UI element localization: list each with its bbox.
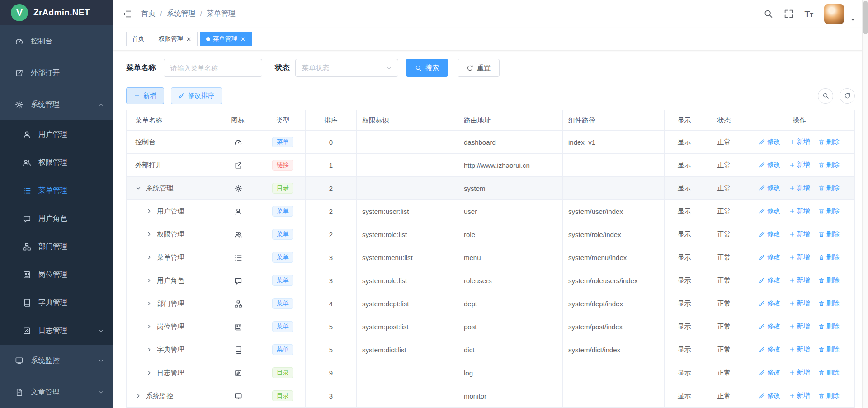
tab-home[interactable]: 首页 [126, 32, 150, 46]
edit-button[interactable]: 修改 [759, 322, 780, 331]
table-row[interactable]: 外部打开 链接 1 http://www.izhaorui.cn 显示 正常 修… [127, 154, 855, 177]
user-avatar[interactable] [824, 4, 844, 24]
search-button[interactable]: 搜索 [406, 59, 448, 77]
menu-name-input[interactable] [164, 59, 262, 77]
font-size-icon[interactable]: TT [804, 9, 813, 19]
collapse-row-icon[interactable] [135, 185, 144, 191]
table-row[interactable]: 控制台 菜单 0 dashboard index_v1 显示 正常 修改 新增 [127, 131, 855, 154]
sidebar-item-post[interactable]: 岗位管理 [0, 261, 113, 289]
add-button[interactable]: 新增 [789, 391, 810, 400]
app-logo[interactable]: V ZrAdmin.NET [0, 0, 113, 25]
edit-button[interactable]: 修改 [759, 253, 780, 261]
breadcrumb-item-system[interactable]: 系统管理 [166, 9, 195, 19]
table-row[interactable]: 权限管理 菜单 2 system:role:list role system/r… [127, 223, 855, 246]
add-button[interactable]: 新增 [789, 207, 810, 215]
breadcrumb-item-home[interactable]: 首页 [141, 9, 156, 19]
search-icon[interactable] [764, 9, 773, 19]
delete-button[interactable]: 删除 [818, 368, 840, 377]
delete-button[interactable]: 删除 [818, 138, 840, 146]
add-button[interactable]: 新增 [789, 253, 810, 261]
status-select[interactable]: 菜单状态 [295, 59, 398, 77]
visible-value: 显示 [665, 338, 704, 361]
sidebar-item-user[interactable]: 用户管理 [0, 120, 113, 148]
expand-row-icon[interactable] [135, 393, 144, 399]
sidebar-item-monitor[interactable]: 系统监控 [0, 345, 113, 376]
refresh-table-button[interactable] [840, 88, 855, 104]
edit-button[interactable]: 修改 [759, 391, 780, 400]
edit-button[interactable]: 修改 [759, 230, 780, 238]
expand-row-icon[interactable] [146, 323, 155, 330]
edit-button[interactable]: 修改 [759, 184, 780, 192]
type-tag: 目录 [272, 390, 293, 402]
fullscreen-icon[interactable] [784, 9, 793, 19]
add-button[interactable]: 新增 [789, 276, 810, 285]
edit-button[interactable]: 修改 [759, 161, 780, 169]
expand-row-icon[interactable] [146, 231, 155, 237]
expand-row-icon[interactable] [146, 346, 155, 353]
expand-row-icon[interactable] [146, 277, 155, 284]
delete-button[interactable]: 删除 [818, 276, 840, 285]
sidebar-item-dashboard[interactable]: 控制台 [0, 25, 113, 57]
table-row[interactable]: 菜单管理 菜单 3 system:menu:list menu system/m… [127, 246, 855, 269]
delete-button[interactable]: 删除 [818, 207, 840, 215]
table-row[interactable]: 用户角色 菜单 3 system:role:list roleusers sys… [127, 269, 855, 292]
expand-row-icon[interactable] [146, 370, 155, 376]
expand-row-icon[interactable] [146, 300, 155, 307]
sidebar-item-external[interactable]: 外部打开 [0, 57, 113, 89]
delete-button[interactable]: 删除 [818, 253, 840, 261]
table-row[interactable]: 字典管理 菜单 5 system:dict:list dict system/d… [127, 338, 855, 361]
add-button[interactable]: 新增 [789, 230, 810, 238]
add-button[interactable]: 新增 [789, 138, 810, 146]
table-row[interactable]: 系统管理 目录 2 system 显示 正常 修改 [127, 177, 855, 200]
delete-button[interactable]: 删除 [818, 230, 840, 238]
delete-button[interactable]: 删除 [818, 299, 840, 308]
delete-button[interactable]: 删除 [818, 345, 840, 354]
add-button[interactable]: 新增 [789, 322, 810, 331]
caret-down-icon[interactable] [849, 16, 856, 23]
table-row[interactable]: 用户管理 菜单 2 system:user:list user system/u… [127, 200, 855, 223]
sidebar-item-role[interactable]: 权限管理 [0, 148, 113, 176]
sidebar-item-dict[interactable]: 字典管理 [0, 289, 113, 317]
expand-row-icon[interactable] [146, 254, 155, 261]
sort-value: 4 [306, 292, 357, 315]
sidebar-fold-icon[interactable] [122, 9, 132, 19]
sidebar-item-article[interactable]: 文章管理 [0, 376, 113, 408]
show-search-toggle-button[interactable] [818, 88, 833, 104]
sidebar-item-log[interactable]: 日志管理 [0, 317, 113, 345]
tab-role[interactable]: 权限管理 [153, 32, 198, 46]
table-row[interactable]: 系统监控 目录 3 monitor 显示 正常 修改 [127, 384, 855, 408]
delete-button[interactable]: 删除 [818, 391, 840, 400]
sidebar-item-dept[interactable]: 部门管理 [0, 232, 113, 261]
delete-button[interactable]: 删除 [818, 322, 840, 331]
edit-button[interactable]: 修改 [759, 299, 780, 308]
perm-value [357, 384, 458, 408]
table-row[interactable]: 部门管理 菜单 4 system:dept:list dept system/d… [127, 292, 855, 315]
edit-button[interactable]: 修改 [759, 207, 780, 215]
sidebar-item-system[interactable]: 系统管理 [0, 89, 113, 120]
add-button[interactable]: 新增 [789, 161, 810, 169]
expand-row-icon[interactable] [146, 208, 155, 214]
edit-sort-button[interactable]: 修改排序 [171, 87, 222, 104]
edit-button[interactable]: 修改 [759, 276, 780, 285]
sidebar-item-menu[interactable]: 菜单管理 [0, 176, 113, 204]
add-button[interactable]: 新增 [789, 345, 810, 354]
edit-button[interactable]: 修改 [759, 345, 780, 354]
edit-button[interactable]: 修改 [759, 138, 780, 146]
table-row[interactable]: 日志管理 目录 9 log 显示 正常 修改 [127, 361, 855, 384]
close-icon[interactable] [186, 36, 192, 42]
add-button[interactable]: 新增 [789, 299, 810, 308]
edit-icon [179, 93, 185, 99]
delete-button[interactable]: 删除 [818, 161, 840, 169]
scrollbar-thumb[interactable] [863, 1, 868, 34]
table-row[interactable]: 岗位管理 菜单 5 system:post:list post system/p… [127, 315, 855, 338]
add-button[interactable]: 新增 [789, 368, 810, 377]
tab-menu[interactable]: 菜单管理 [200, 32, 252, 46]
edit-button[interactable]: 修改 [759, 368, 780, 377]
add-menu-button[interactable]: 新增 [126, 87, 164, 104]
add-button[interactable]: 新增 [789, 184, 810, 192]
close-icon[interactable] [240, 36, 246, 42]
reset-button[interactable]: 重置 [458, 59, 500, 77]
delete-button[interactable]: 删除 [818, 184, 840, 192]
sidebar-item-roleusers[interactable]: 用户角色 [0, 204, 113, 232]
page-scrollbar[interactable] [862, 0, 868, 408]
